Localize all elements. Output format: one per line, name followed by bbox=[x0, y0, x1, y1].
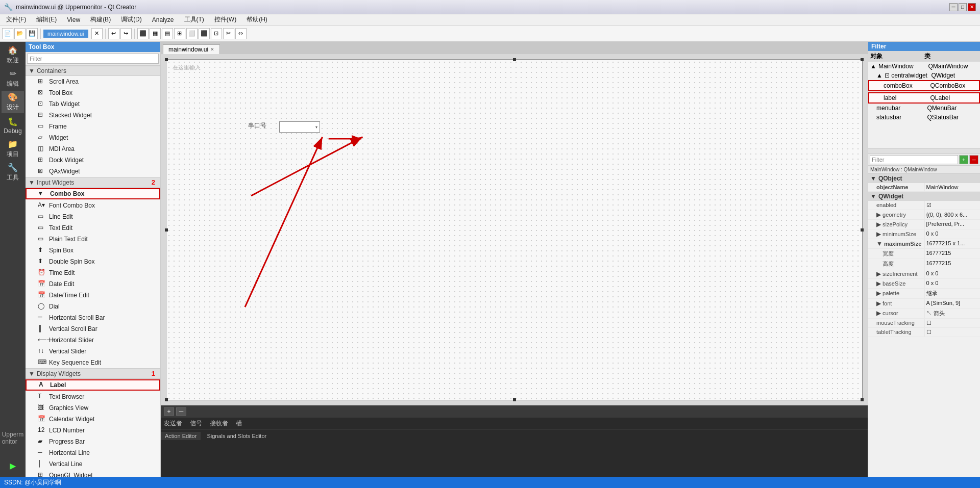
close-button[interactable]: ✕ bbox=[968, 3, 976, 11]
handle-bm[interactable] bbox=[513, 398, 516, 401]
handle-tl[interactable] bbox=[165, 58, 168, 61]
props-val-objectname[interactable]: MainWindow bbox=[924, 183, 981, 191]
icon-bar-debug[interactable]: 🐛 Debug bbox=[2, 114, 24, 137]
icon-bar-run[interactable]: ▶ bbox=[2, 454, 24, 477]
toolbox-item-progress-bar[interactable]: ▰ Progress Bar bbox=[26, 436, 160, 447]
minimize-button[interactable]: ─ bbox=[949, 3, 958, 11]
handle-ml[interactable] bbox=[165, 228, 168, 232]
toolbar-layout-h-btn[interactable]: ⬜ bbox=[186, 28, 198, 39]
handle-tm[interactable] bbox=[513, 58, 516, 61]
menu-debug[interactable]: 调试(D) bbox=[117, 14, 146, 25]
toolbox-item-opengl-widget[interactable]: ⊞ OpenGL Widget bbox=[26, 470, 160, 477]
editor-canvas[interactable]: 在这里输入 串口号 ▾ bbox=[161, 54, 868, 405]
toolbox-item-spin-box[interactable]: ⬆ Spin Box bbox=[26, 245, 160, 256]
props-val-basesize[interactable]: 0 x 0 bbox=[924, 279, 981, 288]
tree-row-menubar[interactable]: menubar QMenuBar bbox=[868, 104, 980, 113]
toolbox-item-h-line[interactable]: ─ Horizontal Line bbox=[26, 447, 160, 458]
tree-row-statusbar[interactable]: statusbar QStatusBar bbox=[868, 113, 980, 122]
toolbox-item-combo-box[interactable]: ▾ Combo Box bbox=[26, 188, 160, 199]
tree-row-mainwindow[interactable]: ▲ MainWindow QMainWindow bbox=[868, 62, 980, 71]
menu-help[interactable]: 帮助(H) bbox=[242, 14, 272, 25]
props-val-cursor[interactable]: ↖ 箭头 bbox=[924, 309, 981, 318]
props-val-width[interactable]: 16777215 bbox=[924, 249, 981, 259]
toolbar-save-btn[interactable]: 💾 bbox=[27, 28, 38, 39]
toolbox-item-lcd-number[interactable]: 12 LCD Number bbox=[26, 425, 160, 436]
toolbar-new-btn[interactable]: 📄 bbox=[2, 28, 13, 39]
editor-tab-mainwindow[interactable]: mainwindow.ui ✕ bbox=[163, 44, 220, 54]
toolbar-adjust-size-btn[interactable]: ⇔ bbox=[235, 28, 247, 39]
toolbox-item-calendar[interactable]: 📅 Calendar Widget bbox=[26, 414, 160, 425]
toolbox-item-font-combo-box[interactable]: A▾ Font Combo Box bbox=[26, 200, 160, 211]
toolbox-item-qaxwidget[interactable]: ⊠ QAxWidget bbox=[26, 166, 160, 177]
add-connection-btn[interactable]: + bbox=[164, 407, 174, 416]
toolbox-item-scroll-area[interactable]: ⊞ Scroll Area bbox=[26, 76, 160, 87]
toolbox-item-double-spin-box[interactable]: ⬆ Double Spin Box bbox=[26, 256, 160, 267]
toolbox-item-graphics-view[interactable]: 🖼 Graphics View bbox=[26, 402, 160, 414]
icon-bar-project[interactable]: 📁 项目 bbox=[2, 138, 24, 160]
toolbox-item-label[interactable]: A Label bbox=[26, 379, 160, 391]
props-val-maxsize[interactable]: 16777215 x 1... bbox=[924, 239, 981, 248]
toolbox-item-line-edit[interactable]: ▭ Line Edit bbox=[26, 211, 160, 222]
props-val-sizepolicy[interactable]: [Preferred, Pr... bbox=[924, 220, 981, 229]
props-val-tablettracking[interactable]: ☐ bbox=[924, 328, 981, 337]
maximize-button[interactable]: □ bbox=[959, 3, 967, 11]
props-val-enabled[interactable]: ☑ bbox=[924, 201, 981, 210]
toolbox-item-stacked-widget[interactable]: ⊟ Stacked Widget bbox=[26, 110, 160, 121]
tree-row-combobox[interactable]: comboBox QComboBox bbox=[868, 80, 980, 91]
toolbox-section-input[interactable]: ▼ Input Widgets 2 bbox=[26, 177, 160, 188]
props-val-minsize[interactable]: 0 x 0 bbox=[924, 229, 981, 239]
props-section-qobject[interactable]: ▼ QObject bbox=[868, 174, 980, 183]
action-editor-tab[interactable]: Action Editor bbox=[161, 432, 201, 440]
icon-bar-edit[interactable]: ✏ 编辑 bbox=[2, 67, 24, 90]
handle-bl[interactable] bbox=[165, 398, 168, 401]
remove-connection-btn[interactable]: ─ bbox=[176, 407, 186, 416]
toolbox-item-tool-box[interactable]: ⊠ Tool Box bbox=[26, 87, 160, 98]
menu-tools[interactable]: 工具(T) bbox=[180, 14, 208, 25]
toolbox-item-h-scrollbar[interactable]: ═ Horizontal Scroll Bar bbox=[26, 312, 160, 323]
toolbox-item-v-line[interactable]: │ Vertical Line bbox=[26, 458, 160, 470]
toolbox-item-tab-widget[interactable]: ⊡ Tab Widget bbox=[26, 98, 160, 110]
handle-br[interactable] bbox=[861, 398, 864, 401]
menu-analyze[interactable]: Analyze bbox=[148, 15, 178, 24]
toolbar-align-center-btn[interactable]: ▦ bbox=[150, 28, 161, 39]
props-section-qwidget[interactable]: ▼ QWidget bbox=[868, 192, 980, 201]
toolbar-close-file-btn[interactable]: ✕ bbox=[91, 28, 103, 39]
icon-bar-design[interactable]: 🎨 设计 bbox=[2, 91, 24, 113]
toolbox-item-v-slider[interactable]: ↑↓ Vertical Slider bbox=[26, 346, 160, 357]
icon-bar-welcome[interactable]: 🏠 欢迎 bbox=[2, 44, 24, 66]
menu-edit[interactable]: 编辑(E) bbox=[32, 14, 61, 25]
design-surface[interactable]: 在这里输入 串口号 ▾ bbox=[166, 59, 863, 400]
toolbox-item-mdi-area[interactable]: ◫ MDI Area bbox=[26, 143, 160, 155]
editor-tab-close-btn[interactable]: ✕ bbox=[210, 47, 214, 52]
toolbox-item-time-edit[interactable]: ⏰ Time Edit bbox=[26, 267, 160, 278]
tree-row-centralwidget[interactable]: ▲ ⊡ centralwidget QWidget bbox=[868, 71, 980, 80]
icon-bar-uppermonitor[interactable]: Uppermonitor bbox=[2, 423, 24, 453]
handle-mr[interactable] bbox=[861, 228, 864, 232]
toolbox-item-date-edit[interactable]: 📅 Date Edit bbox=[26, 278, 160, 290]
signals-slots-tab[interactable]: Signals and Slots Editor bbox=[203, 432, 271, 440]
object-tree-hscroll[interactable] bbox=[868, 148, 980, 153]
canvas-label-widget[interactable]: 串口号 bbox=[248, 121, 266, 130]
toolbox-item-datetime-edit[interactable]: 📅 Date/Time Edit bbox=[26, 290, 160, 301]
toolbar-align-left-btn[interactable]: ⬛ bbox=[137, 28, 149, 39]
tree-row-label[interactable]: label QLabel bbox=[868, 92, 980, 104]
props-val-height[interactable]: 16777215 bbox=[924, 259, 981, 269]
props-val-sizeincrement[interactable]: 0 x 0 bbox=[924, 269, 981, 278]
toolbox-item-plain-text-edit[interactable]: ▭ Plain Text Edit bbox=[26, 234, 160, 245]
props-filter-input[interactable] bbox=[870, 155, 958, 164]
toolbox-item-text-browser[interactable]: T Text Browser bbox=[26, 391, 160, 402]
toolbar-align-right-btn[interactable]: ▤ bbox=[162, 28, 173, 39]
props-val-mousetracking[interactable]: ☐ bbox=[924, 319, 981, 327]
canvas-combobox-widget[interactable]: ▾ bbox=[279, 121, 320, 133]
toolbox-item-frame[interactable]: ▭ Frame bbox=[26, 121, 160, 132]
toolbox-item-h-slider[interactable]: ⟵⟶ Horizontal Slider bbox=[26, 335, 160, 346]
toolbox-item-dial[interactable]: ◯ Dial bbox=[26, 301, 160, 312]
toolbar-undo-btn[interactable]: ↩ bbox=[108, 28, 119, 39]
toolbox-item-text-edit[interactable]: ▭ Text Edit bbox=[26, 222, 160, 234]
icon-bar-tools[interactable]: 🔧 工具 bbox=[2, 161, 24, 184]
toolbar-layout-v-btn[interactable]: ⬛ bbox=[199, 28, 210, 39]
props-val-palette[interactable]: 继承 bbox=[924, 289, 981, 298]
toolbox-section-containers[interactable]: ▼ Containers bbox=[26, 66, 160, 76]
menu-view[interactable]: View bbox=[63, 15, 84, 24]
toolbar-layout-grid-btn[interactable]: ⊡ bbox=[211, 28, 222, 39]
